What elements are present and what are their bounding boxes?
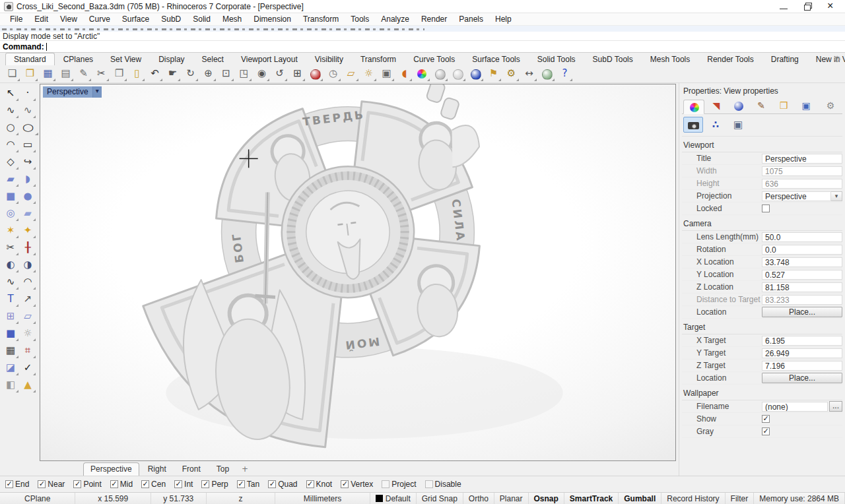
osnap-checkbox[interactable] xyxy=(110,480,118,488)
target-place-button[interactable]: Place... xyxy=(762,373,842,383)
osnap-checkbox[interactable] xyxy=(382,480,389,488)
osnap-checkbox[interactable] xyxy=(73,480,81,488)
pen-tab-icon[interactable]: ✎ xyxy=(751,99,772,113)
status-segment[interactable]: SmartTrack xyxy=(564,493,619,504)
lights-icon[interactable]: ☼ xyxy=(20,326,36,342)
surface-loft-icon[interactable]: ◗ xyxy=(20,172,36,187)
surface-bend-icon[interactable]: ▰ xyxy=(20,206,36,222)
status-segment[interactable]: Record History xyxy=(661,493,725,504)
surface-patch-icon[interactable]: ▰ xyxy=(3,172,19,187)
menu-item[interactable]: File xyxy=(4,15,28,24)
wallpaper-tab-icon[interactable]: ▣ xyxy=(728,117,748,133)
status-segment[interactable]: Gumball xyxy=(619,493,661,504)
osnap-toggle[interactable]: Knot xyxy=(306,480,333,489)
earth-icon[interactable] xyxy=(539,66,555,82)
toolbar-tab[interactable]: Display xyxy=(150,53,193,65)
toolbar-gear-icon[interactable]: ⚙ xyxy=(833,54,841,64)
menu-item[interactable]: Surface xyxy=(116,15,155,24)
panel-gear-icon[interactable]: ⚙ xyxy=(820,99,841,113)
lens-length-input[interactable]: 50.0 xyxy=(762,232,842,242)
menu-item[interactable]: Transform xyxy=(297,15,345,24)
zoom-selected-icon[interactable]: ◉ xyxy=(254,66,270,82)
toolbar-tab[interactable]: Select xyxy=(193,53,232,65)
menu-item[interactable]: Tools xyxy=(345,15,375,24)
add-viewport-tab-icon[interactable]: + xyxy=(238,463,252,476)
osnap-checkbox[interactable] xyxy=(5,480,13,488)
status-segment[interactable]: Osnap xyxy=(529,493,564,504)
osnap-toggle[interactable]: Near xyxy=(38,480,65,489)
ellipse-icon[interactable]: ○ xyxy=(17,120,39,136)
camera-y-input[interactable]: 0.527 xyxy=(762,270,842,280)
shaded-display-icon[interactable]: ◖ xyxy=(396,66,413,82)
folder-tab-icon[interactable]: ❒ xyxy=(773,99,794,113)
status-segment[interactable]: CPlane xyxy=(0,493,75,504)
viewport-title-tab[interactable]: Perspective ▾ xyxy=(43,86,102,98)
lock-icon[interactable]: ▣ xyxy=(378,66,395,82)
material-tab-icon[interactable]: ◥ xyxy=(706,99,727,113)
camera-tab-icon[interactable] xyxy=(683,117,703,133)
status-segment[interactable]: x 15.599 xyxy=(75,493,151,504)
osnap-toggle[interactable]: Disable xyxy=(425,480,461,489)
curve-interpolate-icon[interactable]: ∿ xyxy=(20,103,36,119)
menu-item[interactable]: Mesh xyxy=(217,15,248,24)
target-y-input[interactable]: 26.949 xyxy=(762,348,842,358)
cone-icon[interactable]: ▲ xyxy=(20,377,36,393)
projection-dropdown-icon[interactable]: ▾ xyxy=(831,191,842,201)
undo-view-icon[interactable]: ↺ xyxy=(271,66,288,82)
viewport-tab[interactable]: Perspective xyxy=(83,462,139,476)
solid-tools-icon[interactable]: ■ xyxy=(3,326,19,342)
menu-item[interactable]: Curve xyxy=(83,15,116,24)
zoom-window-icon[interactable]: ⊡ xyxy=(218,66,234,82)
viewport-tab[interactable]: Front xyxy=(175,462,208,476)
locked-checkbox[interactable] xyxy=(762,205,770,212)
projection-select[interactable]: Perspective xyxy=(762,191,831,201)
menu-item[interactable]: Solid xyxy=(187,15,217,24)
polygon-icon[interactable]: ◇ xyxy=(3,154,19,170)
trim-icon[interactable]: ✂ xyxy=(3,240,19,256)
save-icon[interactable]: ▦ xyxy=(40,66,56,82)
xray-display-icon[interactable] xyxy=(450,66,466,82)
toolbar-tab[interactable]: Viewport Layout xyxy=(232,53,306,65)
pan-icon[interactable]: ☛ xyxy=(164,66,181,82)
perspective-viewport[interactable]: Perspective ▾ xyxy=(40,84,676,461)
menu-item[interactable]: Dimension xyxy=(248,15,297,24)
extract-surface-icon[interactable]: ✦ xyxy=(20,223,36,239)
toolbar-tab[interactable]: Transform xyxy=(352,53,405,65)
osnap-checkbox[interactable] xyxy=(425,480,433,488)
lens-tab-icon[interactable]: ∴ xyxy=(706,117,726,133)
boolean-union-icon[interactable]: ◐ xyxy=(3,257,19,273)
viewport-title-input[interactable]: Perspective xyxy=(762,154,842,164)
point-icon[interactable]: · xyxy=(20,86,36,102)
mesh-tools-icon[interactable]: ◧ xyxy=(3,377,19,393)
blend-curve-icon[interactable]: ◠ xyxy=(20,274,36,290)
edit-clipboard-icon[interactable]: ✎ xyxy=(75,66,92,82)
viewport-title-dropdown-icon[interactable]: ▾ xyxy=(92,86,102,98)
toolbar-tab[interactable]: CPlanes xyxy=(55,53,102,65)
array-icon[interactable]: ▦ xyxy=(3,343,19,359)
status-segment[interactable]: z xyxy=(207,493,276,504)
toolbar-tab[interactable]: Visibility xyxy=(306,53,352,65)
object-properties-tab-icon[interactable] xyxy=(683,100,704,114)
paste-icon[interactable]: ▯ xyxy=(129,66,145,82)
toolbar-tab[interactable]: Render Tools xyxy=(698,53,762,65)
wallpaper-filename-input[interactable]: (none) xyxy=(762,402,828,412)
target-z-input[interactable]: 7.196 xyxy=(762,361,842,371)
restore-button[interactable] xyxy=(803,2,812,11)
boolean-difference-icon[interactable]: ◑ xyxy=(20,257,36,273)
osnap-checkbox[interactable] xyxy=(174,480,182,488)
target-x-input[interactable]: 6.195 xyxy=(762,336,842,346)
viewport-layout-icon[interactable]: ⊞ xyxy=(289,66,306,82)
torus-icon[interactable]: ◎ xyxy=(3,206,19,222)
status-segment[interactable]: Memory use: 2864 MB xyxy=(754,493,845,504)
status-segment[interactable]: y 51.733 xyxy=(151,493,207,504)
ghosted-display-icon[interactable] xyxy=(432,66,448,82)
clamp-icon[interactable]: ⌗ xyxy=(20,343,36,359)
display-tab-icon[interactable] xyxy=(728,99,749,113)
wallpaper-show-checkbox[interactable] xyxy=(762,415,770,423)
osnap-toggle[interactable]: Cen xyxy=(141,480,166,489)
cut-icon[interactable]: ✂ xyxy=(93,66,110,82)
osnap-toggle[interactable]: End xyxy=(5,480,29,489)
osnap-toggle[interactable]: Quad xyxy=(268,480,297,489)
viewport-tab[interactable]: Right xyxy=(141,462,174,476)
status-segment[interactable]: Filter xyxy=(726,493,755,504)
